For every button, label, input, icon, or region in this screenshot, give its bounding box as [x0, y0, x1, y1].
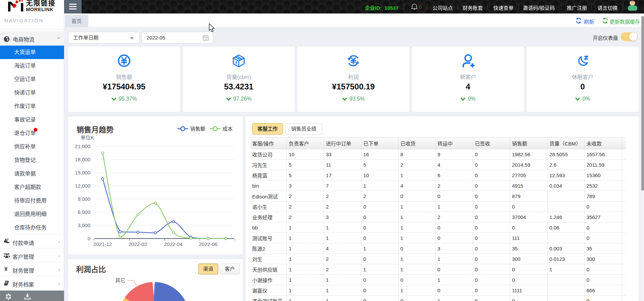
svg-text:其它: 其它 — [115, 277, 125, 283]
svg-text:3,000: 3,000 — [78, 222, 90, 228]
svg-text:2022-06: 2022-06 — [199, 241, 217, 247]
svg-text:12,000: 12,000 — [75, 183, 90, 189]
svg-text:单位K: 单位K — [81, 135, 94, 140]
svg-text:MORELINK: MORELINK — [26, 7, 53, 12]
svg-text:0: 0 — [88, 236, 90, 241]
svg-text:2022-02: 2022-02 — [128, 241, 147, 247]
svg-text:15,000: 15,000 — [75, 170, 90, 175]
svg-text:6,000: 6,000 — [78, 209, 90, 215]
svg-text:15: 15 — [204, 38, 207, 40]
svg-text:2021-12: 2021-12 — [93, 241, 112, 247]
svg-text:9,000: 9,000 — [78, 196, 90, 202]
svg-text:2022-04: 2022-04 — [164, 241, 182, 247]
svg-text:无限链接: 无限链接 — [26, 0, 56, 7]
svg-text:18,000: 18,000 — [75, 157, 90, 162]
svg-text:销售额: 销售额 — [190, 126, 205, 132]
svg-text:21,000: 21,000 — [75, 143, 90, 149]
svg-text:成本: 成本 — [223, 126, 233, 132]
